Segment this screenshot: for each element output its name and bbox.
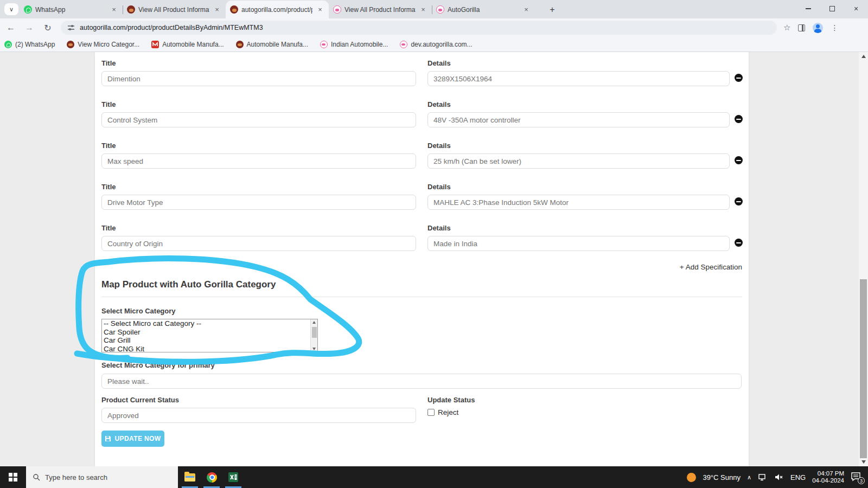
maximize-icon	[829, 6, 835, 11]
remove-spec-icon[interactable]	[735, 74, 743, 82]
scroll-down-icon[interactable]	[861, 460, 866, 464]
spec-details-input[interactable]	[427, 112, 730, 127]
reject-checkbox[interactable]	[427, 409, 435, 416]
window-maximize-button[interactable]	[820, 0, 844, 17]
network-icon[interactable]	[758, 473, 768, 481]
update-now-button[interactable]: UPDATE NOW	[101, 431, 164, 447]
details-label: Details	[427, 100, 730, 108]
remove-spec-icon[interactable]	[735, 156, 743, 164]
spec-title-input[interactable]	[101, 153, 416, 169]
weather-sun-icon[interactable]	[687, 473, 696, 482]
spec-row-2: Title Details	[101, 100, 742, 127]
bookmark-dev-autogorilla[interactable]: dev.autogorilla.com...	[400, 41, 472, 48]
side-panel-icon[interactable]	[798, 24, 805, 31]
taskbar-excel[interactable]	[222, 466, 244, 488]
page-scrollbar[interactable]	[859, 52, 868, 466]
back-button[interactable]: ←	[3, 20, 18, 35]
close-icon[interactable]: ×	[316, 5, 324, 14]
bookmark-whatsapp[interactable]: (2) WhatsApp	[4, 41, 55, 48]
scroll-up-icon[interactable]	[312, 321, 316, 324]
tab-autogorilla[interactable]: AutoGorilla ×	[432, 1, 535, 18]
profile-avatar[interactable]	[813, 23, 823, 33]
bookmark-automobile-manufacturers-2[interactable]: Automobile Manufa...	[236, 41, 308, 48]
bookmark-star-icon[interactable]: ☆	[783, 23, 790, 33]
spec-details-input[interactable]	[427, 71, 730, 86]
scrollbar-thumb[interactable]	[312, 327, 317, 338]
listbox-option[interactable]: Car CNG Kit	[102, 345, 317, 353]
close-icon[interactable]: ×	[213, 5, 221, 14]
status-row: Product Current Status Update Status Rej…	[101, 396, 742, 423]
window-close-button[interactable]: ×	[844, 0, 868, 17]
minimize-icon	[806, 8, 811, 9]
scroll-down-icon[interactable]	[312, 348, 316, 350]
close-icon[interactable]: ×	[110, 5, 118, 14]
manufacturer-logo-icon	[151, 41, 159, 48]
whatsapp-favicon	[24, 5, 32, 14]
tab-view-all-product-info-2[interactable]: View All Product Information ×	[329, 1, 432, 18]
clock[interactable]: 04:07 PM 04-04-2024	[812, 470, 844, 484]
tab-whatsapp[interactable]: WhatsApp ×	[20, 1, 123, 18]
remove-spec-icon[interactable]	[735, 239, 743, 247]
add-specification-link[interactable]: + Add Specification	[101, 263, 742, 271]
notification-center[interactable]: 3	[851, 472, 863, 483]
window-minimize-button[interactable]	[796, 0, 820, 17]
listbox-option[interactable]: Car Spoiler	[102, 328, 317, 337]
new-tab-button[interactable]: +	[546, 3, 559, 16]
listbox-scrollbar[interactable]	[310, 319, 317, 352]
tab-title: View All Product Information	[138, 6, 209, 14]
bookmark-label: dev.autogorilla.com...	[411, 41, 472, 48]
tab-autogorilla-product-active[interactable]: autogorilla.com/product/produ ×	[226, 1, 329, 18]
taskbar-chrome[interactable]	[201, 466, 222, 488]
remove-spec-icon[interactable]	[735, 115, 743, 123]
forward-button[interactable]: →	[22, 20, 37, 35]
save-icon	[105, 435, 111, 442]
product-current-status-label: Product Current Status	[101, 396, 416, 404]
weather-text[interactable]: 39°C Sunny	[703, 473, 741, 481]
url-text: autogorilla.com/product/productDetailsBy…	[80, 24, 263, 31]
details-label: Details	[427, 224, 730, 232]
scroll-up-icon[interactable]	[861, 55, 866, 58]
scrollbar-thumb[interactable]	[860, 279, 867, 458]
screen: ∨ WhatsApp × View All Product Informatio…	[0, 0, 868, 488]
spec-title-input[interactable]	[101, 236, 416, 251]
close-icon[interactable]: ×	[522, 5, 531, 14]
browser-toolbar: ← → ↻ autogorilla.com/product/productDet…	[0, 18, 868, 37]
product-current-status-input[interactable]	[101, 408, 416, 423]
micro-category-listbox[interactable]: -- Select Micro cat Category -- Car Spoi…	[101, 319, 318, 352]
windows-taskbar: Type here to search	[0, 466, 868, 488]
address-bar[interactable]: autogorilla.com/product/productDetailsBy…	[61, 21, 777, 35]
details-label: Details	[427, 183, 730, 191]
spec-title-input[interactable]	[101, 195, 416, 210]
menu-kebab-icon[interactable]: ⋮	[831, 23, 838, 32]
spec-details-input[interactable]	[427, 153, 730, 169]
language-indicator[interactable]: ENG	[790, 473, 806, 481]
tab-title: AutoGorilla	[448, 6, 519, 14]
bookmark-indian-automobile[interactable]: Indian Automobile...	[320, 41, 388, 48]
tab-search-caret-icon[interactable]: ∨	[4, 3, 18, 15]
spec-details-input[interactable]	[427, 236, 730, 251]
date-text: 04-04-2024	[812, 477, 844, 484]
spec-title-input[interactable]	[101, 71, 416, 86]
page-content: Title Details Title Details	[0, 52, 868, 466]
bookmark-view-micro-categories[interactable]: View Micro Categor...	[67, 41, 139, 48]
bookmark-automobile-manufacturers-1[interactable]: Automobile Manufa...	[151, 41, 224, 48]
start-button[interactable]	[0, 466, 26, 488]
primary-micro-category-input[interactable]	[101, 374, 742, 389]
search-icon	[33, 473, 40, 481]
tray-chevron-up-icon[interactable]: ∧	[747, 474, 751, 481]
site-settings-icon[interactable]	[67, 24, 75, 31]
listbox-option[interactable]: Car Grill	[102, 336, 317, 345]
volume-muted-icon[interactable]	[774, 473, 784, 481]
tab-title: View All Product Information	[344, 6, 416, 14]
bookmark-label: Automobile Manufa...	[247, 41, 308, 48]
remove-spec-icon[interactable]	[735, 197, 743, 206]
reload-button[interactable]: ↻	[40, 20, 55, 35]
taskbar-file-explorer[interactable]	[179, 466, 201, 488]
spec-details-input[interactable]	[427, 195, 730, 210]
gorilla-pink-icon	[320, 41, 328, 48]
close-icon[interactable]: ×	[419, 5, 427, 14]
tab-view-all-product-info-1[interactable]: View All Product Information ×	[123, 1, 226, 18]
listbox-option[interactable]: -- Select Micro cat Category --	[102, 319, 317, 328]
spec-title-input[interactable]	[101, 112, 416, 127]
taskbar-search[interactable]: Type here to search	[26, 466, 178, 488]
